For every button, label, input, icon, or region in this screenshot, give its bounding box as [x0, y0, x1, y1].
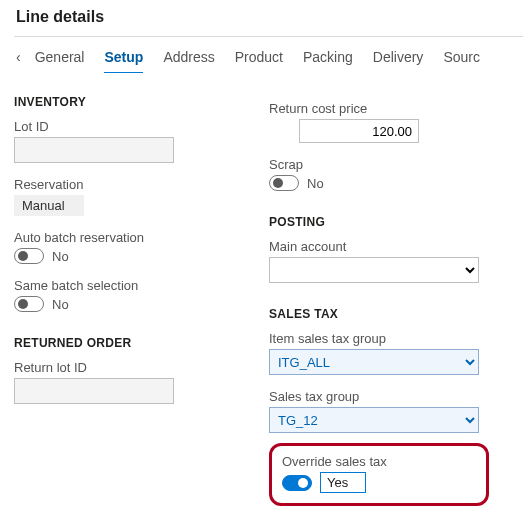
toggle-same-batch[interactable]: [14, 296, 44, 312]
value-reservation[interactable]: Manual: [14, 195, 84, 216]
highlight-override-sales-tax: Override sales tax Yes: [269, 443, 489, 506]
tab-sourcing[interactable]: Sourc: [443, 49, 480, 65]
section-sales-tax: SALES TAX: [269, 307, 504, 321]
field-auto-batch: Auto batch reservation No: [14, 230, 239, 264]
select-main-account[interactable]: [269, 257, 479, 283]
input-lot-id[interactable]: [14, 137, 174, 163]
tab-delivery[interactable]: Delivery: [373, 49, 424, 65]
section-posting: POSTING: [269, 215, 504, 229]
field-scrap: Scrap No: [269, 157, 504, 191]
label-scrap: Scrap: [269, 157, 504, 172]
label-auto-batch: Auto batch reservation: [14, 230, 239, 245]
tab-bar: ‹ General Setup Address Product Packing …: [14, 37, 523, 73]
label-return-lot-id: Return lot ID: [14, 360, 239, 375]
field-same-batch: Same batch selection No: [14, 278, 239, 312]
label-lot-id: Lot ID: [14, 119, 239, 134]
tab-setup[interactable]: Setup: [104, 49, 143, 65]
section-returned-order: RETURNED ORDER: [14, 336, 239, 350]
tab-general[interactable]: General: [35, 49, 85, 65]
input-return-lot-id[interactable]: [14, 378, 174, 404]
field-reservation: Reservation Manual: [14, 177, 239, 216]
value-override-sales-tax: Yes: [320, 472, 366, 493]
field-sales-tax-group: Sales tax group TG_12: [269, 389, 504, 433]
field-lot-id: Lot ID: [14, 119, 239, 163]
value-scrap: No: [307, 176, 324, 191]
form-columns: INVENTORY Lot ID Reservation Manual Auto…: [14, 95, 523, 506]
value-auto-batch: No: [52, 249, 69, 264]
field-return-cost: Return cost price: [269, 101, 504, 143]
label-override-sales-tax: Override sales tax: [282, 454, 476, 469]
field-item-sales-tax-group: Item sales tax group ITG_ALL: [269, 331, 504, 375]
section-inventory: INVENTORY: [14, 95, 239, 109]
toggle-scrap[interactable]: [269, 175, 299, 191]
chevron-left-icon[interactable]: ‹: [16, 49, 21, 65]
label-sales-tax-group: Sales tax group: [269, 389, 504, 404]
tab-packing[interactable]: Packing: [303, 49, 353, 65]
value-same-batch: No: [52, 297, 69, 312]
select-sales-tax-group[interactable]: TG_12: [269, 407, 479, 433]
label-reservation: Reservation: [14, 177, 239, 192]
field-main-account: Main account: [269, 239, 504, 283]
column-right: Return cost price Scrap No POSTING Main …: [269, 95, 504, 506]
label-same-batch: Same batch selection: [14, 278, 239, 293]
tab-product[interactable]: Product: [235, 49, 283, 65]
input-return-cost[interactable]: [299, 119, 419, 143]
tab-address[interactable]: Address: [163, 49, 214, 65]
field-return-lot-id: Return lot ID: [14, 360, 239, 404]
select-item-sales-tax-group[interactable]: ITG_ALL: [269, 349, 479, 375]
label-item-sales-tax-group: Item sales tax group: [269, 331, 504, 346]
page-title: Line details: [14, 8, 523, 36]
label-main-account: Main account: [269, 239, 504, 254]
column-left: INVENTORY Lot ID Reservation Manual Auto…: [14, 95, 239, 506]
toggle-override-sales-tax[interactable]: [282, 475, 312, 491]
toggle-auto-batch[interactable]: [14, 248, 44, 264]
label-return-cost: Return cost price: [269, 101, 504, 116]
